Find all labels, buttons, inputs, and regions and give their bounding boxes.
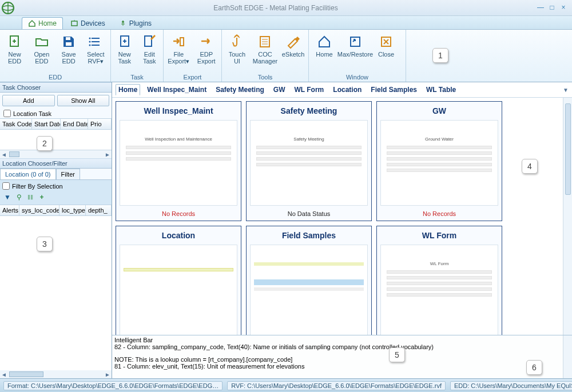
doctab-home[interactable]: Home [116, 84, 140, 95]
tiles-vscroll[interactable] [563, 98, 572, 335]
doctab-wltable[interactable]: WL Table [424, 85, 458, 95]
tile-title: Well Inspec_Maint [116, 102, 241, 118]
funnel-icon[interactable]: ▼ [3, 193, 11, 201]
touch-ui-button[interactable]: Touch UI [223, 31, 251, 65]
task-grid-hscroll[interactable]: ◄ ► [0, 150, 112, 158]
location-grid-hscroll[interactable]: ◄ ► [0, 370, 112, 378]
tile-preview: Well Inspection and Maintenance [120, 120, 237, 206]
tile-well-inspec[interactable]: Well Inspec_Maint Well Inspection and Ma… [116, 101, 241, 221]
tab-home-label: Home [38, 19, 57, 27]
tab-plugins[interactable]: Plugins [113, 17, 158, 29]
save-edd-button[interactable]: Save EDD [55, 31, 82, 65]
file-export-button[interactable]: File Export▾ [165, 31, 193, 65]
devices-icon [70, 19, 78, 27]
intelligent-bar-vscroll[interactable] [563, 335, 572, 378]
subtab-location[interactable]: Location (0 of 0) [0, 169, 56, 179]
doctab-well[interactable]: Well Inspec_Maint [145, 85, 209, 95]
col-end-date[interactable]: End Date [61, 119, 88, 129]
ribbon-group-window: Home Max/Restore Close Window [309, 30, 406, 82]
left-column: Task Chooser Add Show All Location Task … [0, 82, 112, 378]
col-alerts[interactable]: Alerts [0, 205, 19, 215]
tile-status: No Records [116, 208, 241, 221]
col-priority[interactable]: Prio [88, 119, 112, 129]
col-task-code[interactable]: Task Code [0, 119, 32, 129]
doctab-safety[interactable]: Safety Meeting [213, 85, 267, 95]
intelligent-bar-line: 82 - Column: sampling_company_code, Text… [114, 343, 570, 350]
esketch-button[interactable]: eSketch [279, 31, 307, 65]
task-add-button[interactable]: Add [2, 95, 55, 106]
new-task-button[interactable]: New Task [112, 31, 137, 65]
edp-export-button[interactable]: EDP Export [193, 31, 221, 65]
edit-task-button[interactable]: Edit Task [137, 31, 162, 65]
tile-gw[interactable]: GW Ground Water No Records [376, 101, 502, 221]
tab-devices[interactable]: Devices [64, 17, 112, 29]
window-home-icon [316, 34, 332, 50]
tile-location[interactable]: Location [116, 226, 241, 335]
maximize-button[interactable]: □ [547, 4, 557, 12]
doctab-gw[interactable]: GW [271, 85, 288, 95]
subtab-filter[interactable]: Filter [56, 169, 80, 179]
ribbon-group-export-label: Export [165, 73, 220, 82]
status-bar: Format: C:\Users\Mary\Desktop\EDGE_6.6.0… [0, 378, 572, 392]
status-rvf: RVF: C:\Users\Mary\Desktop\EDGE_6.6.0\ED… [227, 381, 446, 390]
window-close-icon [378, 34, 394, 50]
coc-manager-button[interactable]: COC Manager [251, 31, 279, 65]
filter-by-selection-label: Filter By Selection [12, 183, 63, 190]
doctab-field[interactable]: Field Samples [368, 85, 419, 95]
intelligent-bar-title: Intelligent Bar [114, 337, 570, 343]
filter-by-selection-checkbox[interactable] [2, 182, 10, 190]
open-edd-button[interactable]: Open EDD [28, 31, 55, 65]
new-edd-button[interactable]: New EDD [1, 31, 28, 65]
location-task-checkbox[interactable] [3, 110, 11, 117]
tile-wl-form[interactable]: WL Form WL Form [376, 226, 502, 335]
tile-preview [250, 245, 368, 335]
scroll-left-icon[interactable]: ◄ [0, 151, 8, 158]
map-pin-icon[interactable]: ⚲ [15, 193, 23, 201]
svg-rect-25 [351, 37, 360, 46]
location-chooser-title: Location Chooser/Filter [0, 158, 112, 169]
ribbon: New EDD Open EDD Save EDD Select RVF▾ ED… [0, 30, 572, 82]
task-grid-header: Task Code Start Date End Date Prio [0, 118, 112, 130]
scroll-thumb[interactable] [9, 151, 19, 157]
scroll-right-icon[interactable]: ► [104, 151, 112, 158]
ribbon-group-tools-label: Tools [223, 73, 307, 82]
location-grid-body[interactable] [0, 216, 112, 370]
tab-home[interactable]: Home [22, 17, 63, 29]
close-window-button[interactable]: × [558, 4, 569, 12]
col-depth[interactable]: depth_ [86, 205, 112, 215]
task-showall-button[interactable]: Show All [57, 95, 110, 106]
scroll-thumb[interactable] [9, 371, 43, 377]
file-export-icon [170, 34, 186, 50]
tab-overflow-icon[interactable]: ▼ [563, 87, 569, 93]
tile-safety-meeting[interactable]: Safety Meeting Safety Meeting No Data St… [246, 101, 372, 221]
svg-point-13 [89, 38, 91, 39]
tile-preview: Ground Water [380, 120, 498, 206]
scroll-right-icon[interactable]: ► [104, 371, 112, 378]
max-restore-button[interactable]: Max/Restore [339, 31, 372, 65]
tile-field-samples[interactable]: Field Samples [246, 226, 372, 335]
intelligent-bar-line: NOTE: This is a lookup column = [rt_comp… [114, 356, 570, 363]
ribbon-group-tools: Touch UI COC Manager eSketch Tools [222, 30, 309, 82]
add-icon[interactable]: + [38, 193, 46, 201]
max-restore-icon [347, 34, 363, 50]
tile-title: WL Form [377, 226, 502, 242]
ribbon-group-export: File Export▾ EDP Export Export [164, 30, 222, 82]
task-grid-body[interactable] [0, 130, 112, 150]
doctab-wlform[interactable]: WL Form [292, 85, 327, 95]
svg-rect-19 [145, 36, 152, 46]
col-loc-type[interactable]: loc_type [59, 205, 86, 215]
barcode-icon[interactable]: ⦀⦀ [26, 193, 34, 201]
ribbon-group-task-label: Task [112, 73, 162, 82]
vscroll-thumb[interactable] [565, 103, 571, 195]
select-rvf-button[interactable]: Select RVF▾ [82, 31, 109, 65]
minimize-button[interactable]: — [535, 4, 546, 12]
ribbon-group-task: New Task Edit Task Task [111, 30, 164, 82]
col-start-date[interactable]: Start Date [32, 119, 61, 129]
scroll-left-icon[interactable]: ◄ [0, 371, 8, 378]
list-icon [88, 34, 104, 50]
window-close-button[interactable]: Close [372, 31, 400, 65]
col-sys-loc-code[interactable]: sys_loc_code [19, 205, 59, 215]
window-home-button[interactable]: Home [310, 31, 339, 65]
new-task-icon [117, 34, 133, 50]
doctab-location[interactable]: Location [331, 85, 364, 95]
